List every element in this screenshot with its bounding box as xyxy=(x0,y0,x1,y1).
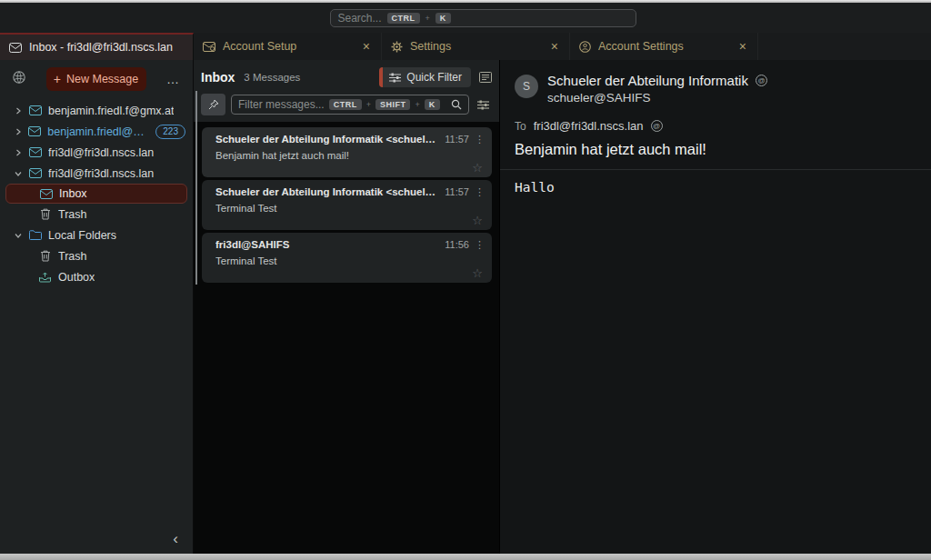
filter-placeholder: Filter messages... xyxy=(238,98,325,111)
message-count: 3 Messages xyxy=(244,72,300,83)
address-book-icon[interactable]: @ xyxy=(756,75,767,86)
folder-pane-options-icon[interactable]: … xyxy=(165,72,182,86)
search-icon xyxy=(451,99,462,110)
chevron-right-icon[interactable] xyxy=(15,107,22,115)
chevron-down-icon[interactable] xyxy=(15,170,22,177)
chevron-down-icon[interactable] xyxy=(15,232,22,239)
quick-filter-button[interactable]: Quick Filter xyxy=(379,67,471,87)
gear-icon xyxy=(391,41,403,53)
star-icon[interactable]: ☆ xyxy=(472,161,483,175)
star-icon[interactable]: ☆ xyxy=(472,266,483,280)
message-sender: Schueler der Abteilung Informatik <schue… xyxy=(215,186,439,197)
quick-filter-label: Quick Filter xyxy=(406,71,471,84)
folder-label: Outbox xyxy=(58,271,95,284)
message-card[interactable]: Schueler der Abteilung Informatik <schue… xyxy=(202,180,492,230)
message-menu-icon[interactable]: ⋮ xyxy=(475,186,485,198)
message-time: 11:57 xyxy=(445,134,469,145)
titlebar: Search... CTRL + K xyxy=(0,3,931,33)
folder-tree: benjamin.friedl.f@gmx.at benjamin.friedl… xyxy=(0,100,193,287)
fediverse-icon[interactable] xyxy=(11,70,27,88)
message-list-header: Inbox 3 Messages Quick Filter Filter mes… xyxy=(194,60,499,122)
mail-account-icon xyxy=(28,126,41,136)
mail-app-icon xyxy=(9,43,22,53)
folder-pane: + New Message … benjamin.friedl.f@gmx.at… xyxy=(0,60,194,554)
message-sender: Schueler der Abteilung Informatik <schue… xyxy=(215,134,439,145)
message-list-pane: Inbox 3 Messages Quick Filter Filter mes… xyxy=(194,60,500,554)
close-icon[interactable]: × xyxy=(737,40,748,53)
tab-inbox[interactable]: Inbox - fri3dl@fri3dl.nscs.lan xyxy=(0,33,194,60)
kbd-shift: SHIFT xyxy=(375,99,411,110)
close-icon[interactable]: × xyxy=(549,40,560,53)
mail-account-icon xyxy=(28,105,42,115)
message-time: 11:56 xyxy=(445,239,469,250)
main-area: + New Message … benjamin.friedl.f@gmx.at… xyxy=(0,60,931,554)
folder-pane-header: + New Message … xyxy=(0,60,193,96)
list-scroll-indicator[interactable] xyxy=(195,91,197,285)
window-bottom-edge xyxy=(0,554,931,560)
sender-avatar: S xyxy=(515,75,538,98)
message-subject: Benjamin hat jetzt auch mail! xyxy=(215,150,485,161)
chevron-right-icon[interactable] xyxy=(15,149,22,156)
account-row-fri3dl-2[interactable]: fri3dl@fri3dl.nscs.lan xyxy=(0,163,193,184)
kbd-separator: + xyxy=(415,100,419,109)
account-setup-icon xyxy=(203,42,215,52)
tab-label: Settings xyxy=(410,40,542,53)
message-body: Hallo xyxy=(515,180,916,195)
kbd-separator: + xyxy=(425,14,430,23)
sticky-filter-pin-button[interactable] xyxy=(201,94,225,115)
outbox-row[interactable]: Outbox xyxy=(0,266,193,287)
quick-filter-settings-icon[interactable] xyxy=(477,100,489,110)
message-menu-icon[interactable]: ⋮ xyxy=(475,134,485,145)
trash-icon xyxy=(38,208,52,220)
account-label: fri3dl@fri3dl.nscs.lan xyxy=(48,167,154,180)
message-menu-icon[interactable]: ⋮ xyxy=(475,239,485,251)
sender-name: Schueler der Abteilung Informatik xyxy=(547,73,748,88)
local-folders-label: Local Folders xyxy=(48,229,116,242)
quick-filter-active-indicator xyxy=(379,67,383,87)
message-card[interactable]: Schueler der Abteilung Informatik <schue… xyxy=(202,127,492,177)
kbd-separator: + xyxy=(366,100,371,109)
collapse-sidebar-icon[interactable]: ‹ xyxy=(173,531,178,546)
close-icon[interactable]: × xyxy=(361,40,372,53)
mail-account-icon xyxy=(28,168,42,178)
account-row-gmx[interactable]: benjamin.friedl.f@gmx.at xyxy=(0,100,193,121)
local-folders-row[interactable]: Local Folders xyxy=(0,225,193,245)
tab-account-setup[interactable]: Account Setup × xyxy=(194,33,382,60)
star-icon[interactable]: ☆ xyxy=(472,214,483,227)
tab-account-settings[interactable]: Account Settings × xyxy=(570,33,758,60)
kbd-ctrl: CTRL xyxy=(329,99,362,110)
to-label: To xyxy=(515,120,526,133)
new-message-button[interactable]: + New Message xyxy=(46,67,146,91)
message-list-display-options-icon[interactable] xyxy=(479,72,492,83)
folder-row-inbox[interactable]: Inbox xyxy=(5,184,187,204)
account-row-fri3dl-1[interactable]: fri3dl@fri3dl.nscs.lan xyxy=(0,142,193,163)
search-placeholder: Search... xyxy=(338,12,382,25)
trash-icon xyxy=(38,250,52,262)
local-trash-row[interactable]: Trash xyxy=(0,245,193,266)
plus-icon: + xyxy=(54,73,61,85)
folder-row-trash[interactable]: Trash xyxy=(0,204,193,225)
tab-label: Inbox - fri3dl@fri3dl.nscs.lan xyxy=(29,41,184,54)
inbox-icon xyxy=(39,189,53,199)
new-message-label: New Message xyxy=(66,73,138,85)
message-subject: Terminal Test xyxy=(215,203,485,214)
kbd-ctrl: CTRL xyxy=(387,13,420,24)
message-cards-list: Schueler der Abteilung Informatik <schue… xyxy=(194,122,499,554)
address-book-icon[interactable]: @ xyxy=(651,120,663,132)
filter-messages-input[interactable]: Filter messages... CTRL + SHIFT + K xyxy=(231,95,469,115)
account-row-htl[interactable]: benjamin.friedl@htl... 223 xyxy=(0,121,193,142)
tab-settings[interactable]: Settings × xyxy=(382,33,570,60)
sender-address: schueler@SAHIFS xyxy=(547,91,767,105)
global-search-input[interactable]: Search... CTRL + K xyxy=(330,9,636,27)
header-body-divider xyxy=(500,169,931,170)
chevron-right-icon[interactable] xyxy=(15,128,22,135)
list-title: Inbox xyxy=(201,70,235,85)
mail-account-icon xyxy=(28,147,42,157)
folder-label: Trash xyxy=(58,208,87,221)
tab-label: Account Setup xyxy=(223,40,354,53)
account-label: benjamin.friedl@htl... xyxy=(47,125,149,138)
kbd-k: K xyxy=(425,99,440,110)
message-subject: Terminal Test xyxy=(215,255,485,266)
filter-sliders-icon xyxy=(389,73,401,83)
message-card[interactable]: fri3dl@SAHIFS 11:56 ⋮ Terminal Test ☆ xyxy=(202,233,492,283)
